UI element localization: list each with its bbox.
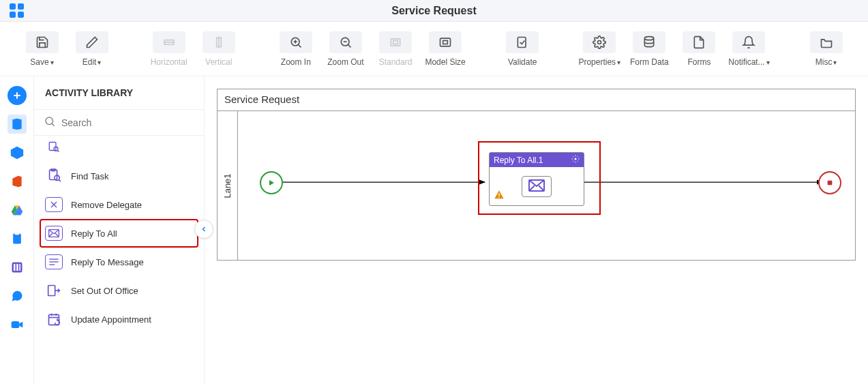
collapse-sidebar-button[interactable]: [194, 220, 213, 239]
misc-button[interactable]: Misc▾: [805, 27, 848, 71]
activity-list[interactable]: Find Task Remove Delegate Reply To All R…: [34, 136, 204, 384]
svg-line-40: [57, 151, 59, 152]
save-icon: [26, 31, 59, 53]
chevron-down-icon: ▾: [766, 59, 770, 66]
lane-body[interactable]: Reply To All.1: [238, 111, 855, 260]
svg-rect-67: [828, 181, 833, 186]
activity-item-reply-to-message[interactable]: Reply To Message: [40, 248, 198, 276]
svg-point-61: [575, 158, 577, 160]
svg-marker-35: [19, 322, 23, 327]
edit-button[interactable]: Edit▾: [70, 27, 113, 71]
warning-icon: [494, 190, 505, 203]
activity-node-header[interactable]: Reply To All.1: [490, 153, 584, 167]
app-header: Service Request: [0, 0, 868, 22]
activity-node-label: Reply To All.1: [494, 156, 543, 165]
svg-line-37: [52, 123, 55, 126]
svg-line-9: [298, 44, 301, 47]
activity-item-find-task[interactable]: Find Task: [40, 162, 198, 190]
svg-point-36: [46, 117, 53, 125]
svg-line-49: [55, 233, 59, 237]
properties-button[interactable]: Properties▾: [578, 27, 621, 71]
envelope-icon: [528, 179, 545, 192]
chevron-down-icon: ▾: [833, 59, 837, 66]
lane-label[interactable]: Lane1: [218, 111, 238, 260]
end-node[interactable]: [818, 171, 841, 194]
search-input[interactable]: [61, 117, 194, 128]
sidebar-title: ACTIVITY LIBRARY: [34, 76, 204, 110]
process-title[interactable]: Service Request: [218, 89, 855, 111]
svg-rect-38: [49, 143, 56, 151]
rail-office-icon[interactable]: [8, 172, 27, 191]
envelope-icon: [45, 226, 63, 241]
search-wrap: [34, 110, 204, 136]
model-size-icon: [429, 31, 462, 53]
rail-drive-icon[interactable]: [8, 201, 27, 220]
activity-node-body: [490, 167, 584, 205]
rail-add-button[interactable]: [8, 86, 27, 105]
activity-item-remove-delegate[interactable]: Remove Delegate: [40, 190, 198, 219]
activity-node-reply-to-all[interactable]: Reply To All.1: [489, 152, 584, 206]
svg-rect-29: [14, 233, 19, 235]
page-title: Service Request: [0, 5, 868, 17]
process-canvas[interactable]: Service Request Lane1 Reply To: [217, 89, 856, 261]
folder-icon: [810, 31, 843, 53]
app-logo[interactable]: [0, 3, 34, 18]
activity-library-sidebar: ACTIVITY LIBRARY Find Task Remove Delega…: [34, 76, 205, 384]
zoom-out-icon: [329, 31, 362, 53]
search-icon: [44, 115, 56, 130]
activity-label: Reply To Message: [71, 257, 144, 267]
notifications-button[interactable]: Notificat...▾: [728, 27, 770, 71]
svg-rect-17: [440, 38, 451, 46]
rail-exchange-icon[interactable]: [8, 115, 27, 134]
svg-rect-53: [48, 286, 55, 296]
rail-chat-icon[interactable]: [8, 286, 27, 306]
search-doc-icon: [45, 140, 63, 155]
form-data-button[interactable]: Form Data: [628, 27, 671, 71]
activity-item-set-out-of-office[interactable]: Set Out Of Office: [40, 276, 198, 305]
save-button[interactable]: Save▾: [20, 27, 63, 71]
chevron-down-icon: ▾: [98, 59, 101, 66]
forms-button[interactable]: Forms: [678, 27, 721, 71]
rail-columns-icon[interactable]: [8, 258, 27, 277]
activity-item-partial[interactable]: [40, 140, 198, 162]
svg-rect-3: [18, 12, 24, 18]
zoom-out-button[interactable]: Zoom Out: [324, 27, 367, 71]
rail-box-icon[interactable]: [8, 143, 27, 162]
svg-point-21: [645, 36, 654, 40]
chevron-down-icon: ▾: [50, 59, 54, 66]
zoom-standard-button: Standard: [374, 27, 417, 71]
database-icon: [633, 31, 665, 53]
process-canvas-wrap[interactable]: Service Request Lane1 Reply To: [205, 76, 868, 384]
align-vertical-icon: [203, 31, 235, 53]
activity-item-update-appointment[interactable]: Update Appointment: [40, 305, 198, 334]
rail-video-icon[interactable]: [8, 315, 27, 334]
svg-rect-28: [13, 234, 21, 244]
svg-rect-32: [16, 264, 18, 271]
activity-label: Reply To All: [71, 228, 117, 239]
svg-point-20: [598, 40, 601, 44]
bell-icon: [732, 31, 765, 53]
rail-clipboard-icon[interactable]: [8, 229, 27, 248]
svg-rect-65: [498, 193, 499, 196]
svg-line-48: [49, 233, 53, 237]
remove-delegate-icon: [45, 197, 63, 212]
chevron-down-icon: ▾: [617, 59, 620, 66]
gear-icon[interactable]: [571, 155, 580, 165]
model-size-button[interactable]: Model Size: [424, 27, 467, 71]
svg-line-44: [59, 180, 61, 182]
zoom-in-button[interactable]: Zoom In: [274, 27, 317, 71]
zoom-standard-icon: [379, 31, 412, 53]
activity-item-reply-to-all[interactable]: Reply To All: [40, 219, 198, 248]
svg-rect-18: [443, 40, 448, 44]
svg-rect-66: [498, 197, 499, 198]
activity-label: Update Appointment: [71, 314, 151, 325]
start-node[interactable]: [260, 171, 283, 194]
svg-line-13: [348, 44, 350, 47]
validate-icon: [506, 31, 539, 53]
svg-marker-60: [269, 180, 274, 186]
gear-icon: [583, 31, 616, 53]
validate-button[interactable]: Validate: [501, 27, 544, 71]
zoom-in-icon: [280, 31, 312, 53]
horizontal-button: Horizontal: [147, 27, 190, 71]
find-task-icon: [45, 168, 63, 183]
